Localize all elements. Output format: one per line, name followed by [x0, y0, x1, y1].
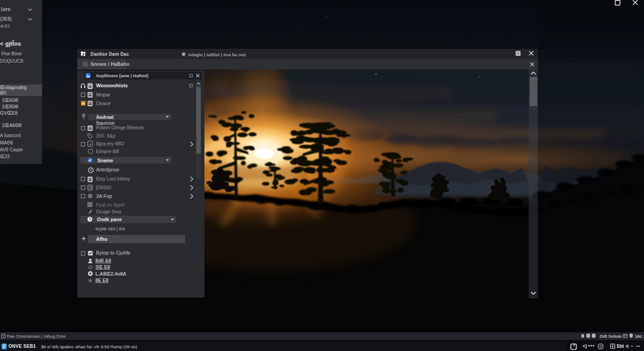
svg-text:a: a — [89, 142, 91, 146]
